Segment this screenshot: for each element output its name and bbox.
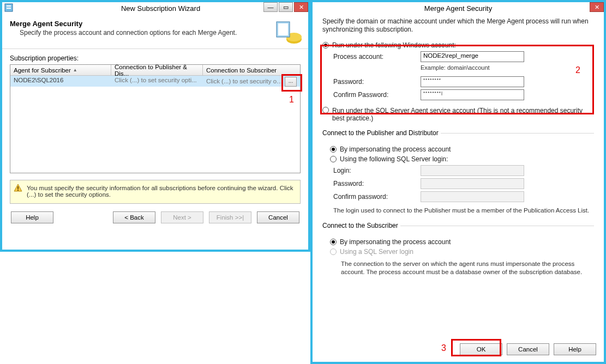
wizard-window: New Subscription Wizard — ▭ ✕ Merge Agen… bbox=[0, 0, 310, 252]
subscriber-note: The connection to the server on which th… bbox=[341, 260, 594, 276]
next-button: Next > bbox=[161, 211, 203, 223]
column-agent[interactable]: Agent for Subscriber ▲ bbox=[10, 65, 111, 75]
warning-box: You must specify the security informatio… bbox=[10, 180, 301, 204]
pub-login-label: Login: bbox=[333, 167, 421, 174]
cell-agent: NODE2\SQL2016 bbox=[10, 76, 111, 87]
radio-service-label: Run under the SQL Server Agent service a… bbox=[332, 107, 594, 122]
radio-windows-label: Run under the following Windows account: bbox=[332, 41, 456, 49]
back-button[interactable]: < Back bbox=[113, 211, 155, 223]
svg-rect-1 bbox=[7, 5, 11, 7]
ok-button[interactable]: OK bbox=[460, 343, 502, 355]
sort-asc-icon: ▲ bbox=[73, 68, 77, 72]
pub-password-input bbox=[421, 178, 524, 189]
process-account-input[interactable]: NODE2\repl_merge bbox=[421, 51, 524, 62]
table-row[interactable]: NODE2\SQL2016 Click (...) to set securit… bbox=[10, 76, 300, 87]
radio-pub-impersonate-label: By impersonating the process account bbox=[340, 145, 451, 153]
process-account-label: Process account: bbox=[333, 53, 421, 60]
process-account-example: Example: domain\account bbox=[421, 64, 594, 71]
properties-label: Subscription properties: bbox=[10, 54, 301, 62]
maximize-button[interactable]: ▭ bbox=[279, 2, 293, 12]
security-title: Merge Agent Security bbox=[313, 4, 604, 13]
svg-rect-8 bbox=[17, 186, 19, 189]
radio-windows-account[interactable] bbox=[322, 42, 329, 48]
radio-pub-sqllogin-label: Using the following SQL Server login: bbox=[340, 155, 448, 163]
security-ellipsis-button[interactable]: ... bbox=[285, 77, 297, 87]
svg-rect-9 bbox=[17, 190, 19, 191]
publisher-note: The login used to connect to the Publish… bbox=[333, 207, 594, 215]
radio-sub-sqllogin bbox=[330, 248, 337, 255]
security-description: Specify the domain or machine account un… bbox=[322, 17, 594, 34]
column-connection-publisher[interactable]: Connection to Publisher & Dis... bbox=[111, 65, 203, 75]
password-input[interactable]: ******** bbox=[421, 76, 524, 87]
close-button[interactable]: ✕ bbox=[294, 2, 308, 12]
callout-3: 3 bbox=[441, 343, 446, 353]
pub-login-input bbox=[421, 165, 524, 176]
password-label: Password: bbox=[333, 78, 421, 86]
finish-button: Finish >>| bbox=[209, 211, 251, 223]
pub-confirm-label: Confirm password: bbox=[333, 193, 421, 201]
pub-password-label: Password: bbox=[333, 180, 421, 187]
confirm-password-label: Confirm Password: bbox=[333, 91, 421, 99]
callout-1: 1 bbox=[289, 95, 294, 105]
radio-pub-impersonate[interactable] bbox=[330, 146, 337, 153]
publisher-legend: Connect to the Publisher and Distributor bbox=[322, 129, 441, 137]
radio-pub-sqllogin[interactable] bbox=[330, 156, 337, 162]
radio-sub-impersonate[interactable] bbox=[330, 239, 337, 245]
page-title: Merge Agent Security bbox=[10, 20, 301, 28]
security-dialog: Merge Agent Security ✕ Specify the domai… bbox=[310, 0, 606, 364]
radio-service-account[interactable] bbox=[322, 107, 329, 113]
wizard-icon bbox=[4, 3, 13, 14]
page-subtitle: Specify the process account and connecti… bbox=[20, 29, 301, 37]
column-connection-subscriber[interactable]: Connection to Subscriber bbox=[203, 65, 300, 75]
help-button[interactable]: Help bbox=[554, 343, 596, 355]
warning-text: You must specify the security informatio… bbox=[27, 185, 293, 198]
cancel-button[interactable]: Cancel bbox=[507, 343, 549, 355]
pub-confirm-input bbox=[421, 191, 524, 202]
confirm-password-input[interactable]: ********| bbox=[421, 89, 524, 100]
svg-rect-2 bbox=[7, 8, 11, 9]
cell-sub: Click (...) to set security opti... bbox=[206, 78, 285, 84]
radio-sub-impersonate-label: By impersonating the process account bbox=[340, 238, 451, 246]
subscription-table: Agent for Subscriber ▲ Connection to Pub… bbox=[10, 64, 301, 173]
close-button[interactable]: ✕ bbox=[590, 2, 604, 12]
radio-sub-sqllogin-label: Using a SQL Server login bbox=[340, 248, 413, 256]
warning-icon bbox=[14, 184, 22, 193]
minimize-button[interactable]: — bbox=[263, 2, 278, 12]
security-titlebar: Merge Agent Security ✕ bbox=[313, 2, 604, 14]
subscriber-legend: Connect to the Subscriber bbox=[322, 222, 400, 229]
page-header: Merge Agent Security Specify the process… bbox=[2, 14, 308, 49]
header-graphic-icon bbox=[273, 17, 303, 47]
wizard-titlebar: New Subscription Wizard — ▭ ✕ bbox=[2, 2, 308, 14]
help-button[interactable]: Help bbox=[11, 211, 53, 223]
callout-2: 2 bbox=[575, 65, 580, 75]
cancel-button[interactable]: Cancel bbox=[257, 211, 299, 223]
table-header: Agent for Subscriber ▲ Connection to Pub… bbox=[10, 65, 300, 76]
cell-pub: Click (...) to set security opti... bbox=[111, 76, 203, 87]
svg-rect-6 bbox=[278, 23, 288, 35]
